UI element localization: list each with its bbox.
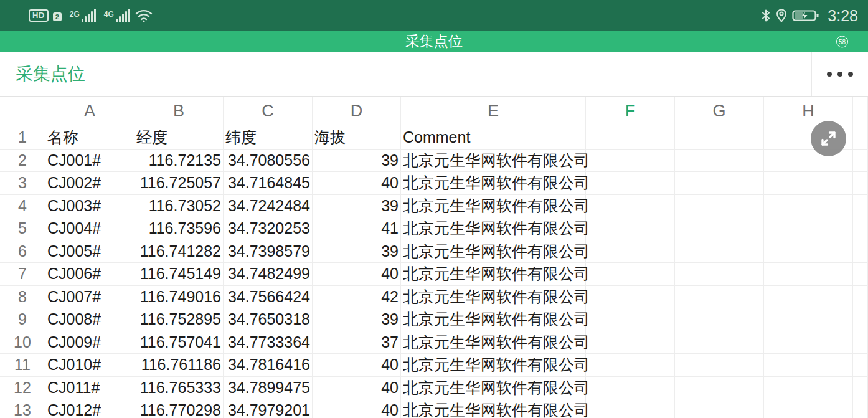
- cell-G13[interactable]: [675, 399, 764, 418]
- row-header-4[interactable]: 4: [0, 195, 45, 218]
- cell-G4[interactable]: [675, 195, 764, 218]
- row-header-9[interactable]: 9: [0, 308, 45, 331]
- cell-H9[interactable]: [764, 308, 853, 331]
- cell-A3[interactable]: CJ002#: [45, 172, 134, 195]
- cell-G7[interactable]: [675, 263, 764, 286]
- column-header-G[interactable]: G: [675, 97, 764, 126]
- cell-C8[interactable]: 34.7566424: [224, 286, 313, 309]
- cell-E13[interactable]: 北京元生华网软件有限公司: [401, 399, 586, 418]
- cell-C11[interactable]: 34.7816416: [224, 354, 313, 377]
- cell-x8[interactable]: [853, 286, 868, 309]
- row-header-10[interactable]: 10: [0, 331, 45, 354]
- cell-G9[interactable]: [675, 308, 764, 331]
- cell-G12[interactable]: [675, 377, 764, 400]
- cell-B7[interactable]: 116.745149: [134, 263, 224, 286]
- cell-E4[interactable]: 北京元生华网软件有限公司: [401, 195, 586, 218]
- cell-F3[interactable]: [586, 172, 675, 195]
- cell-B3[interactable]: 116.725057: [134, 172, 224, 195]
- cell-x4[interactable]: [853, 195, 868, 218]
- cell-H11[interactable]: [764, 354, 853, 377]
- cell-D3[interactable]: 40: [313, 172, 401, 195]
- cell-E7[interactable]: 北京元生华网软件有限公司: [401, 263, 586, 286]
- row-header-1[interactable]: 1: [0, 126, 45, 150]
- row-header-12[interactable]: 12: [0, 377, 45, 400]
- cell-E5[interactable]: 北京元生华网软件有限公司: [401, 217, 586, 240]
- cell-B6[interactable]: 116.741282: [134, 240, 224, 264]
- column-header-F[interactable]: F: [586, 97, 675, 126]
- cell-D1[interactable]: 海拔: [313, 126, 401, 150]
- cell-B5[interactable]: 116.73596: [134, 217, 224, 240]
- cell-C4[interactable]: 34.7242484: [224, 195, 313, 218]
- cell-C2[interactable]: 34.7080556: [224, 150, 313, 173]
- cell-D6[interactable]: 39: [313, 240, 401, 264]
- expand-selection-button[interactable]: [811, 121, 846, 156]
- cell-x2[interactable]: [853, 150, 868, 173]
- row-header-13[interactable]: 13: [0, 399, 45, 418]
- row-header-7[interactable]: 7: [0, 263, 45, 286]
- cell-H12[interactable]: [764, 377, 853, 400]
- cell-E12[interactable]: 北京元生华网软件有限公司: [401, 377, 586, 400]
- cell-G8[interactable]: [675, 286, 764, 309]
- cell-D10[interactable]: 37: [313, 331, 401, 354]
- cell-G6[interactable]: [675, 240, 764, 264]
- cell-F5[interactable]: [586, 217, 675, 240]
- cell-E3[interactable]: 北京元生华网软件有限公司: [401, 172, 586, 195]
- cell-A11[interactable]: CJ010#: [45, 354, 134, 377]
- cell-B12[interactable]: 116.765333: [134, 377, 224, 400]
- cell-F13[interactable]: [586, 399, 675, 418]
- cell-F8[interactable]: [586, 286, 675, 309]
- cell-A10[interactable]: CJ009#: [45, 331, 134, 354]
- cell-x9[interactable]: [853, 308, 868, 331]
- cell-F4[interactable]: [586, 195, 675, 218]
- cell-D11[interactable]: 40: [313, 354, 401, 377]
- cell-x3[interactable]: [853, 172, 868, 195]
- cell-A12[interactable]: CJ011#: [45, 377, 134, 400]
- cell-H3[interactable]: [764, 172, 853, 195]
- cell-F2[interactable]: [586, 150, 675, 173]
- cell-H5[interactable]: [764, 217, 853, 240]
- row-header-3[interactable]: 3: [0, 172, 45, 195]
- cell-E11[interactable]: 北京元生华网软件有限公司: [401, 354, 586, 377]
- cell-C12[interactable]: 34.7899475: [224, 377, 313, 400]
- cell-F7[interactable]: [586, 263, 675, 286]
- cell-G1[interactable]: [675, 126, 764, 150]
- badge-58-icon[interactable]: 58: [836, 36, 848, 47]
- cell-B13[interactable]: 116.770298: [134, 399, 224, 418]
- cell-B1[interactable]: 经度: [134, 126, 224, 150]
- row-header-6[interactable]: 6: [0, 240, 45, 264]
- cell-H10[interactable]: [764, 331, 853, 354]
- cell-B8[interactable]: 116.749016: [134, 286, 224, 309]
- more-menu-button[interactable]: [811, 52, 868, 96]
- cell-B4[interactable]: 116.73052: [134, 195, 224, 218]
- column-header-blank[interactable]: [853, 97, 868, 126]
- cell-E6[interactable]: 北京元生华网软件有限公司: [401, 240, 586, 264]
- cell-D2[interactable]: 39: [313, 150, 401, 173]
- cell-B9[interactable]: 116.752895: [134, 308, 224, 331]
- cell-G10[interactable]: [675, 331, 764, 354]
- cell-C1[interactable]: 纬度: [224, 126, 313, 150]
- cell-x7[interactable]: [853, 263, 868, 286]
- column-header-E[interactable]: E: [401, 97, 586, 126]
- cell-D8[interactable]: 42: [313, 286, 401, 309]
- cell-x1[interactable]: [853, 126, 868, 150]
- cell-H8[interactable]: [764, 286, 853, 309]
- cell-B10[interactable]: 116.757041: [134, 331, 224, 354]
- row-header-11[interactable]: 11: [0, 354, 45, 377]
- cell-C3[interactable]: 34.7164845: [224, 172, 313, 195]
- cell-D7[interactable]: 40: [313, 263, 401, 286]
- cell-H13[interactable]: [764, 399, 853, 418]
- cell-C6[interactable]: 34.7398579: [224, 240, 313, 264]
- cell-D13[interactable]: 40: [313, 399, 401, 418]
- cell-D4[interactable]: 39: [313, 195, 401, 218]
- cell-D5[interactable]: 41: [313, 217, 401, 240]
- cell-A13[interactable]: CJ012#: [45, 399, 134, 418]
- cell-A8[interactable]: CJ007#: [45, 286, 134, 309]
- column-header-blank[interactable]: [0, 97, 45, 126]
- cell-x6[interactable]: [853, 240, 868, 264]
- cell-G5[interactable]: [675, 217, 764, 240]
- column-header-D[interactable]: D: [313, 97, 401, 126]
- cell-G3[interactable]: [675, 172, 764, 195]
- cell-F1[interactable]: [586, 126, 675, 150]
- cell-D9[interactable]: 39: [313, 308, 401, 331]
- cell-H4[interactable]: [764, 195, 853, 218]
